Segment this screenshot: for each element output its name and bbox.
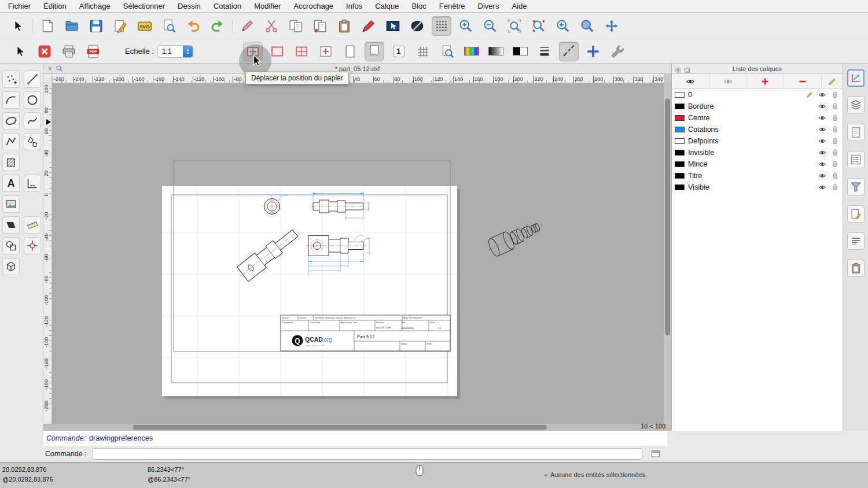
- line-tools-button[interactable]: [24, 71, 41, 88]
- deselect-all-button[interactable]: [407, 16, 427, 36]
- layer-color-swatch[interactable]: [675, 127, 685, 132]
- new-drawing-button[interactable]: [38, 16, 57, 36]
- paper-origin-button[interactable]: [316, 42, 336, 61]
- layer-color-swatch[interactable]: [675, 92, 685, 98]
- close-drawing-button[interactable]: [35, 42, 54, 61]
- dock-command-line-button[interactable]: [847, 232, 865, 250]
- image-tool-button[interactable]: [2, 195, 20, 213]
- dock-view-list-button[interactable]: [847, 124, 865, 141]
- multi-page-mode-button[interactable]: [365, 42, 384, 61]
- vertical-scrollbar[interactable]: [664, 83, 671, 424]
- show-all-layers-button[interactable]: [672, 74, 709, 88]
- cad-selection-button[interactable]: [10, 42, 30, 61]
- redo-button[interactable]: [208, 16, 227, 36]
- circle-tools-button[interactable]: [24, 91, 41, 109]
- command-window-icon[interactable]: [650, 449, 661, 459]
- show-paper-grid-button[interactable]: [292, 42, 311, 61]
- paste-along-entity-button[interactable]: [359, 16, 378, 36]
- dock-selection-filter-button[interactable]: [847, 178, 865, 195]
- draft-mode-button[interactable]: 1: [389, 42, 409, 61]
- svg-export-button[interactable]: SVG: [135, 16, 155, 36]
- hide-all-layers-button[interactable]: [709, 74, 747, 88]
- undo-button[interactable]: [183, 16, 203, 36]
- print-button[interactable]: [59, 42, 79, 61]
- layer-row-Mince[interactable]: Mince: [672, 158, 843, 170]
- solid-fill-tool-button[interactable]: [2, 216, 20, 234]
- menu-item-13[interactable]: Aide: [512, 2, 527, 10]
- layer-color-swatch[interactable]: [675, 173, 685, 179]
- menu-item-3[interactable]: Sélectionner: [123, 2, 165, 10]
- layer-lock-icon[interactable]: [830, 102, 840, 110]
- add-layer-button[interactable]: [747, 74, 785, 88]
- menu-item-12[interactable]: Divers: [478, 2, 499, 10]
- layer-color-swatch[interactable]: [675, 150, 685, 156]
- menu-item-4[interactable]: Dessin: [178, 2, 201, 10]
- horizontal-scrollbar[interactable]: 10 < 100: [43, 424, 671, 431]
- text-tool-button[interactable]: A: [2, 175, 20, 192]
- black-white-mode-button[interactable]: [510, 42, 530, 61]
- layer-visibility-eye-icon[interactable]: [818, 137, 827, 145]
- ellipse-tools-button[interactable]: [2, 112, 20, 130]
- dock-layer-list-button[interactable]: [847, 151, 865, 168]
- measure-tools-button[interactable]: [24, 216, 41, 234]
- cut-with-reference-button[interactable]: [237, 16, 257, 36]
- zoom-in-button[interactable]: [456, 16, 476, 36]
- layer-lock-icon[interactable]: [830, 149, 840, 157]
- modify-tools-button[interactable]: [2, 237, 20, 254]
- layer-lock-icon[interactable]: [830, 172, 840, 180]
- layer-row-Visible[interactable]: Visible: [672, 182, 843, 193]
- layer-row-0[interactable]: 0: [672, 89, 843, 101]
- layer-row-Defpoints[interactable]: Defpoints: [672, 135, 843, 147]
- layer-color-swatch[interactable]: [675, 103, 685, 109]
- linetype-display-button[interactable]: [559, 42, 579, 61]
- arc-tools-button[interactable]: [2, 91, 20, 109]
- dock-property-editor-button[interactable]: [847, 69, 865, 87]
- zoom-out-button[interactable]: [480, 16, 500, 36]
- menu-item-0[interactable]: Fichier: [8, 2, 31, 10]
- command-input[interactable]: [93, 448, 642, 460]
- spline-tools-button[interactable]: [24, 112, 41, 130]
- remove-layer-button[interactable]: [784, 74, 822, 88]
- menu-item-6[interactable]: Modifier: [254, 2, 281, 10]
- layer-visibility-eye-icon[interactable]: [818, 91, 827, 99]
- snap-tools-button[interactable]: [24, 237, 41, 254]
- previous-view-button[interactable]: [553, 16, 573, 36]
- paste-button[interactable]: [334, 16, 354, 36]
- grayscale-mode-button[interactable]: [486, 42, 506, 61]
- dimension-tools-button[interactable]: [24, 175, 41, 192]
- menu-item-11[interactable]: Fenêtre: [439, 2, 465, 10]
- layer-lock-icon[interactable]: [830, 160, 840, 168]
- print-preview-button[interactable]: [159, 16, 179, 36]
- pan-button[interactable]: [602, 16, 621, 36]
- scale-stepper-icon[interactable]: ▲▼: [183, 46, 193, 57]
- scale-select[interactable]: 1:1 ▲▼: [157, 45, 193, 58]
- preview-zoom-button[interactable]: [437, 42, 457, 61]
- layer-visibility-eye-icon[interactable]: [818, 114, 827, 122]
- layer-color-swatch[interactable]: [675, 161, 685, 167]
- layer-visibility-eye-icon[interactable]: [818, 125, 827, 134]
- layer-visibility-eye-icon[interactable]: [818, 172, 827, 180]
- full-color-mode-button[interactable]: [462, 42, 481, 61]
- vertical-scrollbar-thumb[interactable]: [665, 98, 670, 335]
- layer-lock-icon[interactable]: [830, 137, 840, 145]
- selection-arrow-button[interactable]: [8, 16, 28, 36]
- layer-color-swatch[interactable]: [675, 184, 685, 190]
- layer-row-Bordure[interactable]: Bordure: [672, 101, 843, 112]
- horizontal-scrollbar-thumb[interactable]: [133, 425, 547, 430]
- layer-visibility-eye-icon[interactable]: [818, 183, 827, 191]
- single-page-mode-button[interactable]: [340, 42, 360, 61]
- hatch-tool-button[interactable]: [2, 154, 20, 171]
- layer-lock-icon[interactable]: [830, 91, 840, 99]
- dock-template-button[interactable]: [847, 205, 865, 223]
- layer-lock-icon[interactable]: [830, 125, 840, 134]
- show-grid-button[interactable]: [413, 42, 433, 61]
- point-tools-button[interactable]: [2, 71, 20, 88]
- save-drawing-button[interactable]: [86, 16, 106, 36]
- layer-row-Invisible[interactable]: Invisible: [672, 147, 843, 158]
- menu-item-10[interactable]: Bloc: [411, 2, 426, 10]
- menu-item-5[interactable]: Cotation: [214, 2, 241, 10]
- layer-color-swatch[interactable]: [675, 138, 685, 144]
- zoom-window-button[interactable]: [578, 16, 597, 36]
- menu-item-8[interactable]: Infos: [346, 2, 362, 10]
- zoom-selection-button[interactable]: [529, 16, 549, 36]
